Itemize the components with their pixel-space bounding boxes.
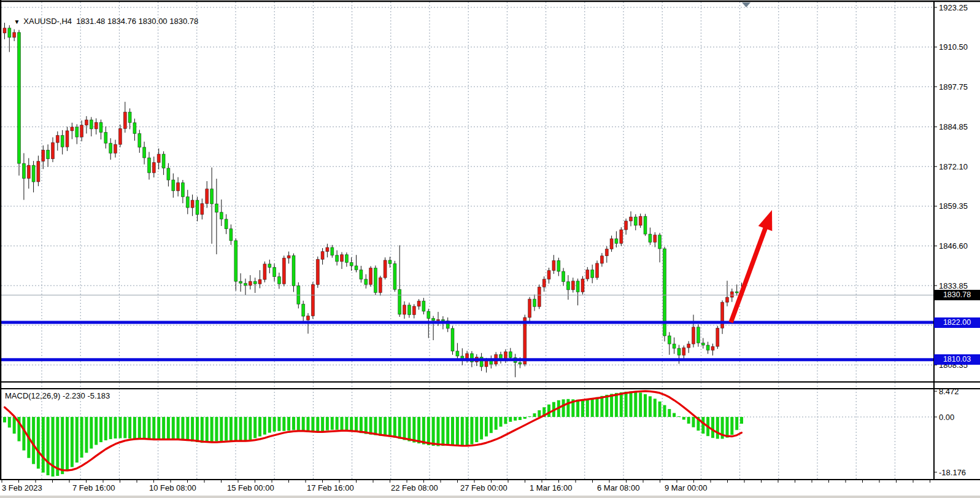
bid-price-badge: 1830.78 (934, 290, 980, 300)
price-axis-label: 1872.10 (939, 162, 978, 171)
time-axis-label: 7 Feb 16:00 (72, 483, 115, 492)
candles-layer (3, 23, 743, 377)
ohlc-open: 1831.48 (76, 17, 105, 26)
axis-ticks (2, 7, 937, 483)
price-axis-label: 1910.50 (939, 42, 978, 52)
time-axis-label: 1 Mar 16:00 (530, 483, 572, 492)
grid-layer (1, 2, 934, 480)
chart-header: ▼XAUUSD-,H4 1831.48 1834.76 1830.00 1830… (5, 7, 198, 35)
macd-axis-zero-label: 0.00 (939, 413, 978, 422)
trend-arrow[interactable] (731, 210, 772, 322)
time-axis-label: 9 Mar 00:00 (665, 483, 707, 492)
symbol-period-label: XAUUSD-,H4 (23, 17, 72, 26)
chart-window: ▼XAUUSD-,H4 1831.48 1834.76 1830.00 1830… (0, 0, 980, 498)
level-price-badge-1822: 1822.00 (934, 317, 980, 328)
price-axis-label: 1923.25 (939, 3, 978, 12)
ohlc-close: 1830.78 (169, 17, 198, 26)
chart-canvas[interactable] (0, 0, 980, 498)
time-axis-label: 22 Feb 08:00 (391, 483, 438, 492)
price-axis-label: 1897.75 (939, 82, 978, 91)
macd-axis-min-label: -18.176 (939, 468, 978, 477)
time-axis-label: 6 Mar 08:00 (597, 483, 639, 492)
ohlc-low: 1830.00 (139, 17, 168, 26)
time-axis-label: 3 Feb 2023 (2, 483, 42, 492)
price-axis-label: 1846.60 (939, 241, 978, 251)
chart-shift-marker-icon[interactable] (742, 2, 750, 7)
level-price-badge-1810: 1810.03 (934, 354, 980, 365)
price-axis-label: 1884.85 (939, 122, 978, 131)
price-axis-label: 1859.35 (939, 201, 978, 211)
time-axis-label: 17 Feb 16:00 (307, 483, 354, 492)
price-axis-label: 1833.85 (939, 281, 978, 290)
macd-indicator-label: MACD(12,26,9) -2.230 -5.183 (5, 391, 110, 400)
window-bottom-edge (0, 496, 980, 498)
symbol-dropdown-icon[interactable]: ▼ (14, 18, 20, 25)
macd-indicator-layer (3, 391, 743, 477)
time-axis-label: 10 Feb 08:00 (149, 483, 196, 492)
macd-axis-max-label: 8.472 (939, 387, 978, 396)
time-axis-label: 15 Feb 00:00 (227, 483, 274, 492)
panel-borders (0, 0, 980, 480)
ohlc-high: 1834.76 (107, 17, 136, 26)
time-axis-label: 27 Feb 00:00 (460, 483, 507, 492)
